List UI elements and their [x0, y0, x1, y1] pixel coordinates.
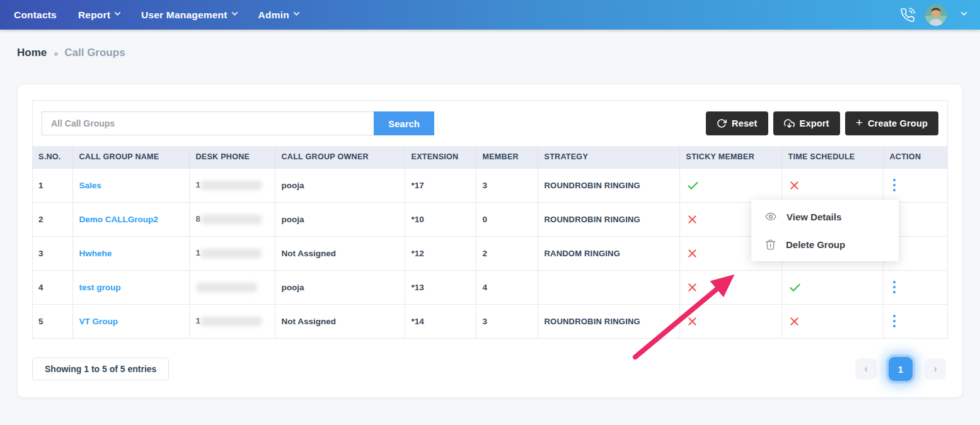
- top-navbar: Contacts Report User Management Admin: [0, 0, 980, 30]
- col-header-time-schedule: TIME SCHEDULE: [781, 146, 883, 168]
- call-group-link[interactable]: Demo CALLGroup2: [79, 215, 158, 224]
- table-row: 4test grouppooja*134: [33, 270, 947, 304]
- cell-desk-phone: 1: [189, 304, 275, 338]
- cell-sticky-member: [679, 168, 781, 202]
- call-group-link[interactable]: Hwhehe: [79, 249, 112, 258]
- cell-sno: 4: [33, 270, 72, 304]
- cell-strategy: ROUNDROBIN RINGING: [538, 202, 679, 236]
- desk-phone-prefix: 1: [196, 316, 201, 326]
- nav-item-report[interactable]: Report: [78, 9, 120, 21]
- menu-item-label: Delete Group: [786, 239, 845, 250]
- cell-desk-phone: 8: [189, 202, 275, 236]
- breadcrumb: Home Call Groups: [17, 47, 980, 59]
- cross-icon: [686, 247, 698, 259]
- row-actions-button[interactable]: [890, 313, 899, 329]
- eye-icon: [764, 210, 777, 223]
- desk-phone-prefix: 8: [196, 214, 201, 224]
- cell-member: 2: [476, 236, 538, 270]
- chevron-down-icon[interactable]: [961, 9, 967, 16]
- call-group-link[interactable]: test group: [79, 283, 121, 292]
- pagination-prev-button[interactable]: ‹: [855, 358, 877, 380]
- nav-item-admin[interactable]: Admin: [258, 9, 299, 21]
- desk-phone-prefix: 1: [196, 248, 201, 258]
- menu-item-view-details[interactable]: View Details: [751, 203, 899, 230]
- cell-member: 4: [476, 270, 538, 304]
- cross-icon: [686, 213, 698, 225]
- reset-button[interactable]: Reset: [706, 111, 768, 135]
- table-header-row: S.NO. CALL GROUP NAME DESK PHONE CALL GR…: [33, 146, 947, 168]
- col-header-member: MEMBER: [476, 146, 538, 168]
- col-header-sticky-member: STICKY MEMBER: [679, 146, 781, 168]
- cross-icon: [788, 315, 800, 327]
- cell-member: 3: [476, 304, 538, 338]
- table-row: 5VT Group1Not Assigned*143ROUNDROBIN RIN…: [33, 304, 947, 338]
- nav-item-user-management[interactable]: User Management: [141, 9, 237, 21]
- refresh-icon: [717, 118, 727, 128]
- cell-desk-phone: [189, 270, 275, 304]
- breadcrumb-home[interactable]: Home: [17, 47, 47, 59]
- col-header-action: ACTION: [883, 146, 947, 168]
- cell-action: [883, 270, 947, 304]
- dots-vertical-icon: [892, 178, 896, 192]
- col-header-sno: S.NO.: [33, 146, 72, 168]
- cell-sno: 1: [33, 168, 72, 202]
- cell-time-schedule: [781, 270, 883, 304]
- call-group-link[interactable]: Sales: [79, 181, 101, 190]
- phone-call-icon[interactable]: [900, 8, 915, 23]
- cell-extension: *10: [405, 202, 476, 236]
- col-header-strategy: STRATEGY: [538, 146, 679, 168]
- pagination-next-button[interactable]: ›: [925, 358, 946, 380]
- nav-item-label: Contacts: [14, 9, 57, 21]
- nav-item-label: Admin: [258, 9, 289, 21]
- cell-member: 3: [476, 168, 538, 202]
- create-group-button[interactable]: + Create Group: [845, 111, 938, 135]
- nav-item-label: Report: [78, 9, 110, 21]
- row-actions-button[interactable]: [890, 177, 899, 193]
- check-icon: [788, 281, 802, 294]
- cell-sno: 3: [33, 236, 72, 270]
- cell-call-group-name: test group: [72, 270, 189, 304]
- trash-icon: [764, 239, 776, 251]
- cross-icon: [686, 281, 698, 293]
- cell-extension: *13: [405, 270, 476, 304]
- col-header-extension: EXTENSION: [405, 146, 476, 168]
- cell-action: [883, 304, 947, 338]
- breadcrumb-separator-dot: [54, 52, 58, 56]
- row-context-menu: View Details Delete Group: [751, 200, 899, 261]
- cell-call-group-name: Demo CALLGroup2: [72, 202, 189, 236]
- dots-vertical-icon: [892, 314, 896, 328]
- row-actions-button[interactable]: [890, 279, 899, 295]
- cell-call-group-name: Sales: [72, 168, 189, 202]
- cross-icon: [686, 315, 698, 327]
- cell-owner: Not Assigned: [275, 304, 405, 338]
- cell-extension: *12: [405, 236, 476, 270]
- nav-item-contacts[interactable]: Contacts: [14, 9, 57, 21]
- search-group: Search: [42, 111, 434, 135]
- chevron-down-icon: [293, 9, 299, 16]
- redacted-phone-blur: [201, 181, 262, 190]
- call-group-link[interactable]: VT Group: [79, 317, 118, 326]
- cell-desk-phone: 1: [189, 236, 275, 270]
- table-row: 1Sales1pooja*173ROUNDROBIN RINGING: [33, 168, 947, 202]
- cross-icon: [788, 179, 800, 191]
- export-button[interactable]: Export: [773, 111, 840, 135]
- menu-item-label: View Details: [787, 212, 841, 222]
- cell-owner: pooja: [275, 270, 405, 304]
- cell-extension: *17: [405, 168, 476, 202]
- avatar[interactable]: [925, 4, 947, 26]
- col-header-call-group-name: CALL GROUP NAME: [72, 146, 189, 168]
- search-button[interactable]: Search: [374, 111, 434, 135]
- cell-extension: *14: [405, 304, 476, 338]
- search-input[interactable]: [42, 111, 374, 135]
- cell-time-schedule: [781, 304, 883, 338]
- cell-strategy: RANDOM RINGING: [538, 236, 679, 270]
- pagination: ‹ 1 ›: [855, 357, 948, 381]
- cell-member: 0: [476, 202, 538, 236]
- nav-item-label: User Management: [141, 9, 228, 21]
- breadcrumb-current: Call Groups: [64, 47, 125, 59]
- cell-strategy: ROUNDROBIN RINGING: [538, 304, 679, 338]
- pagination-page-1-button[interactable]: 1: [889, 357, 913, 381]
- desk-phone-prefix: 1: [196, 180, 201, 190]
- menu-item-delete-group[interactable]: Delete Group: [751, 230, 899, 258]
- cell-time-schedule: [781, 168, 883, 202]
